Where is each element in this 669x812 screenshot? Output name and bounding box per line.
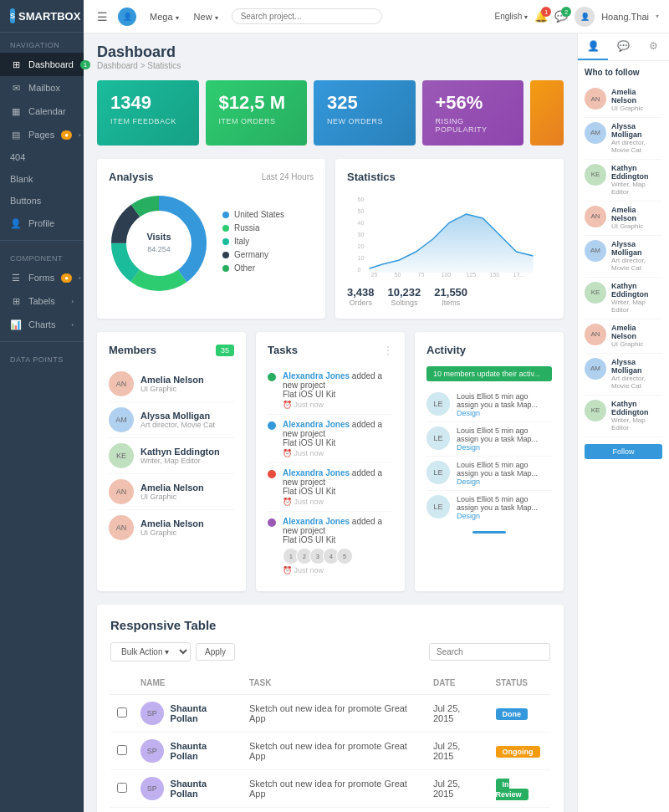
sidebar-item-404[interactable]: 404 [0,146,84,168]
svg-text:84.254: 84.254 [147,245,171,253]
activity-sub: Design [457,477,552,486]
statistics-header: Statistics [347,171,552,183]
stat-value-popularity: +56% [436,92,511,114]
legend-dot-other [222,265,229,272]
forms-icon: ☰ [10,272,22,283]
component-section-label: Component [0,246,84,266]
user-avatar[interactable]: 👤 [575,7,595,27]
row-date: Jul 25, 2015 [426,808,489,813]
middle-row: Analysis Last 24 Hours [97,159,564,319]
sidebar-label-profile: Profile [28,218,54,228]
activity-avatar: LE [426,426,450,450]
username-arrow[interactable]: ▾ [656,13,659,20]
hamburger-icon[interactable]: ☰ [94,7,111,27]
follow-button[interactable]: Follow [585,444,662,459]
list-item: LE Louis Elliot 5 min ago assign you a t… [426,457,552,491]
bottom-row: Members 35 AN Amelia Nelson UI Graphic [97,332,564,591]
sidebar-item-charts[interactable]: 📊 Charts › [0,313,84,336]
sidebar-label-dashboard: Dashboard [28,59,74,69]
sidebar-item-profile[interactable]: 👤 Profile [0,212,84,235]
svg-text:30: 30 [358,232,365,237]
member-role: UI Graphic [140,493,234,501]
language-selector[interactable]: English ▾ [495,12,529,21]
who-to-follow: Who to follow AN Amelia Nelson UI Graphi… [578,61,669,466]
member-name: Amelia Nelson [140,375,234,385]
activity-subtext: assign you a task Map... [457,503,552,512]
activity-content: Louis Elliot 5 min ago assign you a task… [457,426,552,452]
list-item: Alexandra Jones added a new projectFlat … [268,366,393,415]
stat-soltings-value: 10,232 [388,286,421,299]
tasks-menu-icon[interactable]: ⋮ [383,345,393,356]
analysis-header: Analysis Last 24 Hours [109,171,314,183]
list-item: LE Louis Elliot 5 min ago assign you a t… [426,422,552,457]
sidebar-item-mailbox[interactable]: ✉ Mailbox [0,76,84,100]
data-table: NAME TASK DATE STATUS SPShaunta Pollan S… [110,672,550,812]
notifications-bell[interactable]: 🔔 1 [534,10,548,23]
tab-chat[interactable]: 💬 [608,33,638,60]
search-input[interactable] [232,8,382,24]
tabels-icon: ⊞ [10,295,22,307]
sidebar-item-blank[interactable]: Blank [0,168,84,190]
dashboard-badge: 1 [80,60,90,69]
table-name-cell: SPShaunta Pollan [140,702,236,725]
tasks-card: Tasks ⋮ Alexandra Jones added a new proj… [256,332,405,591]
analysis-subtitle: Last 24 Hours [262,172,314,181]
avatar: AN [109,515,134,540]
apply-button[interactable]: Apply [196,643,235,661]
username-label[interactable]: Hoang.Thai [601,12,649,22]
sidebar-item-forms[interactable]: ☰ Forms ● › [0,266,84,289]
follow-item: KE Kathyn Eddington Writer, Map Editor [585,160,662,202]
donut-container: Visits 84.254 United States Russ [109,193,314,294]
sidebar-item-dashboard[interactable]: ⊞ Dashboard 1 [0,53,84,76]
row-date: Jul 25, 2015 [426,770,489,808]
nav-section-label: Navigation [0,33,84,53]
sidebar-label-buttons: Buttons [10,196,41,206]
nav-new[interactable]: New ▾ [187,8,225,25]
tab-settings[interactable]: ⚙ [639,33,669,60]
task-dot [268,421,276,430]
list-item: Alexandra Jones added a new projectFlat … [268,415,393,463]
stat-orders-label: Orders [347,299,375,307]
messages-bell[interactable]: 💬 2 [554,10,568,23]
right-panel-tabs: 👤 💬 ⚙ [578,33,669,61]
follow-item: KE Kathyn Eddington Writer, Map Editor [585,278,662,319]
tab-people[interactable]: 👤 [578,33,608,60]
list-item: Alexandra Jones added a new projectFlat … [268,463,393,512]
table-toolbar: Bulk Action ▾ Apply [110,642,550,661]
list-item: Alexandra Jones added a new projectFlat … [268,512,393,580]
topbar-user-icon[interactable]: 👤 [118,8,136,26]
sidebar-item-pages[interactable]: ▤ Pages ● › [0,123,84,146]
status-badge: Ongoing [496,746,540,758]
col-checkbox [110,672,134,695]
sidebar-item-buttons[interactable]: Buttons [0,190,84,212]
sidebar-label-blank: Blank [10,174,33,184]
row-checkbox[interactable] [117,745,127,755]
activity-sub: Design [457,409,552,417]
table-row: SPShaunta Pollan Sketch out new idea for… [110,770,550,808]
legend-label-us: United States [234,210,284,219]
follow-role: Writer, Map Editor [611,181,662,197]
task-text: Alexandra Jones added a new projectFlat … [283,468,393,496]
follow-info: Kathyn Eddington Writer, Map Editor [611,282,662,314]
member-role: UI Graphic [140,385,234,393]
stat-items-label: Items [434,299,467,307]
follow-name: Kathyn Eddington [611,164,662,181]
activity-sub: Design [457,443,552,452]
breadcrumb: Dashboard > Statistics [97,61,564,70]
row-checkbox[interactable] [117,707,127,718]
bulk-action-select[interactable]: Bulk Action ▾ [110,642,191,661]
table-section-title: Responsive Table [110,618,550,632]
sidebar-item-calendar[interactable]: ▦ Calendar [0,100,84,123]
members-badge: 35 [216,345,234,356]
activity-banner: 10 members update their activ... [426,366,552,381]
row-checkbox[interactable] [117,783,127,793]
follow-name: Kathyn Eddington [611,282,662,299]
nav-mega[interactable]: Mega ▾ [143,8,186,25]
table-row: SPShaunta Pollan Sketch out new idea for… [110,695,550,733]
page-title: Dashboard [97,43,564,61]
activity-text: Louis Elliot 5 min ago [457,495,552,503]
follow-name: Alyssa Molligan [611,122,662,139]
table-search-input[interactable] [429,643,550,661]
sidebar-item-tabels[interactable]: ⊞ Tabels › [0,289,84,313]
activity-title: Activity [426,344,466,356]
